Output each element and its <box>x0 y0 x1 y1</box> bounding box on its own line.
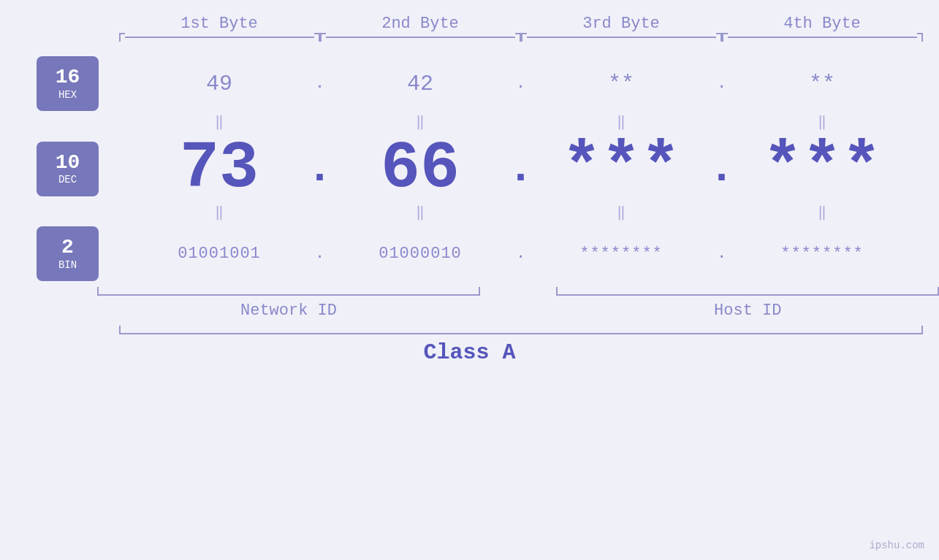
host-bracket-bottom <box>556 285 939 296</box>
bracket-byte4 <box>722 33 923 42</box>
hex-byte2: 42 <box>340 72 501 96</box>
eq1: ‖ <box>139 112 300 131</box>
bracket-row <box>0 33 939 42</box>
dec-byte4: *** <box>742 136 902 202</box>
class-bracket <box>119 323 923 334</box>
id-brackets: Network ID Host ID <box>0 285 939 320</box>
class-bracket-row <box>0 323 939 334</box>
hex-badge: 16 HEX <box>37 56 99 111</box>
class-label: Class A <box>423 340 515 365</box>
byte4-header: 4th Byte <box>722 15 923 33</box>
bin-base-label: BIN <box>58 259 77 271</box>
byte2-header: 2nd Byte <box>320 15 521 33</box>
bin-byte3: ******** <box>541 245 702 263</box>
dec-sep1: . <box>300 144 340 193</box>
class-section: Class A <box>0 323 939 365</box>
dec-byte3: *** <box>541 136 702 202</box>
bin-sep1: . <box>300 245 340 263</box>
hex-base-number: 16 <box>56 66 80 89</box>
eq2: ‖ <box>340 112 501 131</box>
bin-byte1: 01001001 <box>139 245 300 263</box>
dec-base-label: DEC <box>58 174 77 185</box>
bottom-section: Network ID Host ID <box>0 285 939 365</box>
host-id-bracket-container: Host ID <box>556 285 939 320</box>
byte1-header: 1st Byte <box>119 15 320 33</box>
hex-base-label: HEX <box>58 89 77 101</box>
bin-sep3: . <box>702 245 742 263</box>
dec-badge: 10 DEC <box>37 142 99 196</box>
bin-base-number: 2 <box>61 237 74 259</box>
bracket-byte1 <box>119 33 320 42</box>
dec-sep3: . <box>702 144 742 193</box>
dec-byte1: 73 <box>139 136 300 202</box>
bin-badge: 2 BIN <box>37 226 99 281</box>
dec-base-number: 10 <box>56 152 80 174</box>
byte-headers: 1st Byte 2nd Byte 3rd Byte 4th Byte <box>0 0 939 33</box>
eq4: ‖ <box>742 112 902 131</box>
network-id-bracket-container: Network ID <box>97 285 480 320</box>
network-bracket-bottom <box>97 285 480 296</box>
bracket-byte3 <box>521 33 722 42</box>
eq3: ‖ <box>541 112 702 131</box>
bin-sep2: . <box>501 245 541 263</box>
hex-sep2: . <box>501 74 541 93</box>
dec-byte-values: 73 . 66 . *** . *** <box>139 136 902 202</box>
bin-row: 2 BIN 01001001 . 01000010 . ******** . <box>0 226 939 281</box>
host-id-label: Host ID <box>714 302 781 320</box>
byte3-header: 3rd Byte <box>521 15 722 33</box>
hex-byte-values: 49 . 42 . ** . ** <box>139 72 902 96</box>
hex-row: 16 HEX 49 . 42 . ** . ** <box>0 56 939 111</box>
hex-byte1: 49 <box>139 72 300 96</box>
network-id-label: Network ID <box>240 302 337 320</box>
dec-sep2: . <box>501 144 541 193</box>
dec-row: 10 DEC 73 . 66 . *** . *** <box>0 136 939 202</box>
main-container: 1st Byte 2nd Byte 3rd Byte 4th Byte <box>0 0 939 560</box>
hex-byte4: ** <box>742 72 902 96</box>
bin-byte-values: 01001001 . 01000010 . ******** . *******… <box>139 245 902 263</box>
dec-byte2: 66 <box>340 136 501 202</box>
equals-row-hex-dec: ‖ ‖ ‖ ‖ <box>0 112 939 131</box>
hex-sep3: . <box>702 74 742 93</box>
hex-byte3: ** <box>541 72 702 96</box>
watermark: ipshu.com <box>869 540 924 551</box>
bin-byte4: ******** <box>742 245 902 263</box>
bin-byte2: 01000010 <box>340 245 501 263</box>
hex-sep1: . <box>300 74 340 93</box>
bracket-byte2 <box>320 33 521 42</box>
